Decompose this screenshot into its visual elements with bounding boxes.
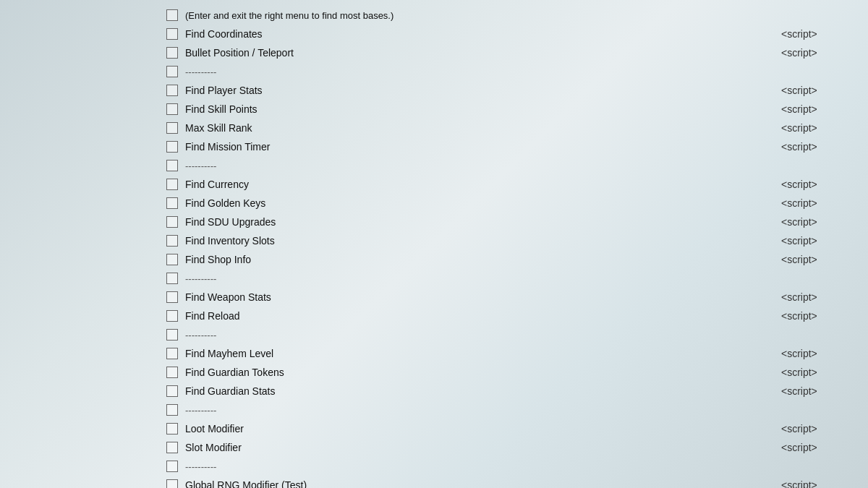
checkbox-wrapper-sep4 [159, 329, 185, 341]
label-sep2: ---------- [185, 160, 868, 171]
script-find-reload[interactable]: <script> [781, 310, 868, 322]
script-slot-modifier[interactable]: <script> [781, 442, 868, 453]
checkbox-wrapper-header-note [159, 9, 185, 21]
checkbox-find-reload[interactable] [166, 310, 178, 322]
checkbox-sep4[interactable] [166, 329, 178, 341]
label-loot-modifier: Loot Modifier [185, 423, 781, 435]
checkbox-bullet-position[interactable] [166, 47, 178, 59]
checkbox-wrapper-find-sdu-upgrades [159, 216, 185, 228]
checkbox-find-golden-keys[interactable] [166, 197, 178, 209]
label-find-coordinates: Find Coordinates [185, 28, 781, 40]
list-item-find-player-stats: Find Player Stats<script> [159, 81, 868, 100]
label-find-golden-keys: Find Golden Keys [185, 197, 781, 209]
checkbox-wrapper-find-guardian-stats [159, 385, 185, 397]
script-find-coordinates[interactable]: <script> [781, 28, 868, 40]
list-item-bullet-position: Bullet Position / Teleport<script> [159, 43, 868, 62]
checkbox-sep1[interactable] [166, 66, 178, 77]
list-item-find-sdu-upgrades: Find SDU Upgrades<script> [159, 213, 868, 231]
checkbox-wrapper-find-mayhem-level [159, 348, 185, 359]
script-find-skill-points[interactable]: <script> [781, 103, 868, 115]
list-item-find-weapon-stats: Find Weapon Stats<script> [159, 288, 868, 307]
label-find-guardian-tokens: Find Guardian Tokens [185, 367, 781, 378]
script-bullet-position[interactable]: <script> [781, 47, 868, 59]
label-find-weapon-stats: Find Weapon Stats [185, 291, 781, 303]
checkbox-find-player-stats[interactable] [166, 85, 178, 96]
script-max-skill-rank[interactable]: <script> [781, 122, 868, 134]
checkbox-sep3[interactable] [166, 273, 178, 284]
list-item-sep5: ---------- [159, 401, 868, 419]
checkbox-loot-modifier[interactable] [166, 423, 178, 435]
checkbox-wrapper-find-currency [159, 179, 185, 190]
checkbox-wrapper-find-mission-timer [159, 141, 185, 153]
checkbox-wrapper-sep5 [159, 404, 185, 416]
label-slot-modifier: Slot Modifier [185, 442, 781, 453]
script-find-guardian-stats[interactable]: <script> [781, 385, 868, 397]
list-item-sep3: ---------- [159, 269, 868, 288]
checkbox-wrapper-slot-modifier [159, 442, 185, 453]
list-item-find-currency: Find Currency<script> [159, 175, 868, 194]
checkbox-wrapper-find-skill-points [159, 103, 185, 115]
checkbox-find-shop-info[interactable] [166, 254, 178, 265]
list-item-find-guardian-stats: Find Guardian Stats<script> [159, 382, 868, 401]
checkbox-find-mission-timer[interactable] [166, 141, 178, 153]
checkbox-wrapper-find-reload [159, 310, 185, 322]
checkbox-slot-modifier[interactable] [166, 442, 178, 453]
checkbox-find-weapon-stats[interactable] [166, 291, 178, 303]
list-item-sep4: ---------- [159, 325, 868, 344]
label-find-currency: Find Currency [185, 179, 781, 190]
checkbox-header-note[interactable] [166, 9, 178, 21]
list-item-find-reload: Find Reload<script> [159, 307, 868, 325]
checkbox-sep5[interactable] [166, 404, 178, 416]
checkbox-max-skill-rank[interactable] [166, 122, 178, 134]
checkbox-wrapper-sep1 [159, 66, 185, 77]
checkbox-find-coordinates[interactable] [166, 28, 178, 40]
list-item-sep2: ---------- [159, 156, 868, 175]
checkbox-wrapper-sep3 [159, 273, 185, 284]
checkbox-wrapper-find-shop-info [159, 254, 185, 265]
list-item-find-mayhem-level: Find Mayhem Level<script> [159, 344, 868, 363]
label-find-guardian-stats: Find Guardian Stats [185, 385, 781, 397]
checkbox-wrapper-global-rng-modifier [159, 479, 185, 488]
checkbox-wrapper-sep6 [159, 461, 185, 472]
script-find-golden-keys[interactable]: <script> [781, 197, 868, 209]
checkbox-wrapper-bullet-position [159, 47, 185, 59]
script-loot-modifier[interactable]: <script> [781, 423, 868, 435]
list-item-find-skill-points: Find Skill Points<script> [159, 100, 868, 119]
checkbox-wrapper-find-guardian-tokens [159, 367, 185, 378]
checkbox-wrapper-find-coordinates [159, 28, 185, 40]
list-item-find-mission-timer: Find Mission Timer<script> [159, 137, 868, 156]
checkbox-find-sdu-upgrades[interactable] [166, 216, 178, 228]
checkbox-find-guardian-stats[interactable] [166, 385, 178, 397]
label-find-sdu-upgrades: Find SDU Upgrades [185, 216, 781, 228]
checkbox-sep6[interactable] [166, 461, 178, 472]
script-find-mayhem-level[interactable]: <script> [781, 348, 868, 359]
label-find-reload: Find Reload [185, 310, 781, 322]
script-find-player-stats[interactable]: <script> [781, 85, 868, 96]
script-find-shop-info[interactable]: <script> [781, 254, 868, 265]
list-item-find-shop-info: Find Shop Info<script> [159, 250, 868, 269]
script-find-mission-timer[interactable]: <script> [781, 141, 868, 153]
checkbox-find-skill-points[interactable] [166, 103, 178, 115]
list-item-find-golden-keys: Find Golden Keys<script> [159, 194, 868, 213]
checkbox-find-inventory-slots[interactable] [166, 235, 178, 247]
checkbox-sep2[interactable] [166, 160, 178, 171]
label-sep5: ---------- [185, 405, 868, 416]
list-item-loot-modifier: Loot Modifier<script> [159, 419, 868, 438]
script-global-rng-modifier[interactable]: <script> [781, 479, 868, 488]
label-sep1: ---------- [185, 67, 868, 77]
list-item-slot-modifier: Slot Modifier<script> [159, 438, 868, 457]
checkbox-find-mayhem-level[interactable] [166, 348, 178, 359]
label-bullet-position: Bullet Position / Teleport [185, 47, 781, 59]
checkbox-find-guardian-tokens[interactable] [166, 367, 178, 378]
script-find-inventory-slots[interactable]: <script> [781, 235, 868, 247]
list-item-find-inventory-slots: Find Inventory Slots<script> [159, 231, 868, 250]
script-find-guardian-tokens[interactable]: <script> [781, 367, 868, 378]
script-find-currency[interactable]: <script> [781, 179, 868, 190]
script-find-weapon-stats[interactable]: <script> [781, 291, 868, 303]
script-find-sdu-upgrades[interactable]: <script> [781, 216, 868, 228]
label-global-rng-modifier: Global RNG Modifier (Test) [185, 479, 781, 488]
checkbox-global-rng-modifier[interactable] [166, 479, 178, 488]
label-header-note: (Enter and exit the right menu to find m… [185, 10, 868, 21]
label-find-inventory-slots: Find Inventory Slots [185, 235, 781, 247]
checkbox-find-currency[interactable] [166, 179, 178, 190]
